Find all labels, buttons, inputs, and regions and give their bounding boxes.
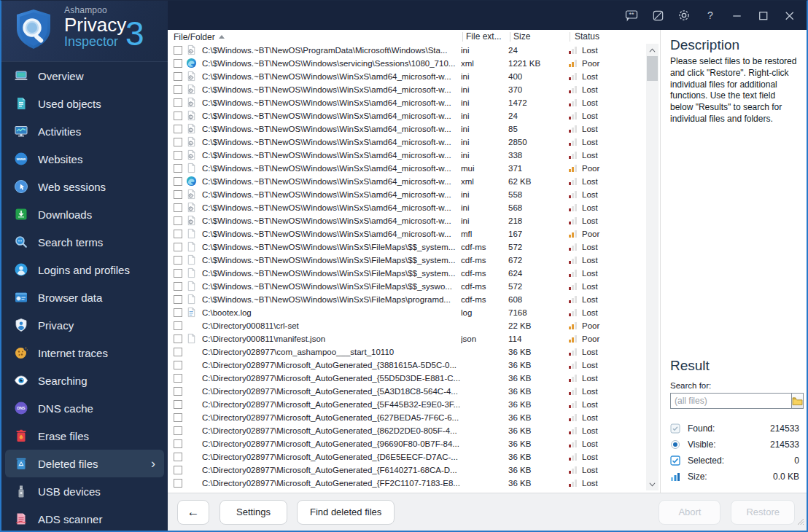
row-checkbox[interactable]	[174, 59, 182, 68]
scrollbar-thumb[interactable]	[647, 56, 658, 81]
table-row[interactable]: C:\$Windows.~BT\NewOS\Windows\WinSxS\amd…	[168, 175, 646, 188]
row-checkbox[interactable]	[174, 426, 182, 435]
table-row[interactable]: C:\Directory028977\Microsoft_AutoGenerat…	[168, 359, 646, 372]
row-checkbox[interactable]	[174, 138, 182, 146]
browse-folder-button[interactable]	[791, 393, 804, 409]
table-row[interactable]: C:\$Windows.~BT\NewOS\Windows\WinSxS\Fil…	[168, 254, 646, 267]
row-checkbox[interactable]	[174, 453, 182, 461]
row-checkbox[interactable]	[174, 216, 182, 225]
maximize-icon[interactable]	[750, 4, 776, 26]
search-input[interactable]	[670, 393, 791, 409]
table-row[interactable]: C:\$Windows.~BT\NewOS\Windows\WinSxS\amd…	[168, 214, 646, 227]
row-checkbox[interactable]	[174, 387, 182, 396]
column-header-size[interactable]: Size	[513, 31, 530, 42]
row-checkbox[interactable]	[174, 243, 182, 251]
sidebar-item-erase-files[interactable]: Erase files	[1, 422, 168, 450]
table-row[interactable]: C:\Directory028977\Microsoft_AutoGenerat…	[168, 437, 646, 450]
row-checkbox[interactable]	[174, 374, 182, 383]
table-row[interactable]: C:\Directory028977\Microsoft_AutoGenerat…	[168, 477, 646, 490]
table-row[interactable]: C:\$Windows.~BT\NewOS\Windows\WinSxS\amd…	[168, 188, 646, 201]
table-row[interactable]: C:\$Windows.~BT\NewOS\Windows\WinSxS\Fil…	[168, 293, 646, 306]
row-checkbox[interactable]	[174, 348, 182, 356]
row-checkbox[interactable]	[174, 230, 182, 238]
row-checkbox[interactable]	[174, 72, 182, 81]
row-checkbox[interactable]	[174, 400, 182, 409]
row-checkbox[interactable]	[174, 335, 182, 343]
sidebar-item-websites[interactable]: wwwWebsites	[1, 145, 168, 173]
table-row[interactable]: C:\Directory028977\com_ashampoo___start_…	[168, 345, 646, 359]
feedback-icon[interactable]: **	[618, 4, 645, 26]
table-row[interactable]: C:\$Windows.~BT\NewOS\Windows\WinSxS\amd…	[168, 227, 646, 240]
table-row[interactable]: C:\$Windows.~BT\NewOS\Windows\WinSxS\amd…	[168, 70, 646, 83]
row-checkbox[interactable]	[174, 46, 182, 55]
table-row[interactable]: C:\bootex.loglog7168Lost	[168, 306, 646, 319]
sidebar-item-dns-cache[interactable]: DNSDNS cache	[1, 394, 168, 422]
row-checkbox[interactable]	[174, 413, 182, 422]
theme-icon[interactable]	[645, 4, 671, 26]
row-checkbox[interactable]	[174, 190, 182, 199]
row-checkbox[interactable]	[174, 85, 182, 94]
table-row[interactable]: C:\$Windows.~BT\NewOS\Windows\WinSxS\amd…	[168, 96, 646, 109]
close-icon[interactable]	[776, 4, 802, 26]
table-row[interactable]: C:\$Windows.~BT\NewOS\Windows\WinSxS\amd…	[168, 149, 646, 162]
row-checkbox[interactable]	[174, 112, 182, 120]
sidebar-item-browser-data[interactable]: Browser data	[1, 283, 168, 311]
scroll-down-icon[interactable]	[646, 478, 659, 490]
table-row[interactable]: C:\Directory000811\manifest.jsonjson114P…	[168, 332, 646, 345]
column-header-file-folder[interactable]: File/Folder	[174, 32, 225, 42]
table-row[interactable]: C:\Directory028977\Microsoft_AutoGenerat…	[168, 385, 646, 398]
row-checkbox[interactable]	[174, 466, 182, 474]
table-row[interactable]: C:\Directory028977\Microsoft_AutoGenerat…	[168, 398, 646, 411]
row-checkbox[interactable]	[174, 439, 182, 448]
table-row[interactable]: C:\$Windows.~BT\NewOS\Windows\WinSxS\amd…	[168, 201, 646, 214]
sidebar-item-ads-scanner[interactable]: ADS scanner	[1, 505, 168, 532]
sidebar-item-searching[interactable]: Searching	[1, 367, 168, 394]
table-row[interactable]: C:\$Windows.~BT\NewOS\Windows\WinSxS\amd…	[168, 83, 646, 96]
settings-gear-icon[interactable]	[671, 4, 697, 26]
settings-button[interactable]: Settings	[220, 500, 287, 525]
sidebar-item-deleted-files[interactable]: Deleted files›	[5, 450, 164, 477]
sidebar-item-activities[interactable]: Activities	[1, 117, 168, 145]
sidebar-item-overview[interactable]: Overview	[1, 62, 168, 90]
abort-button[interactable]: Abort	[659, 500, 720, 525]
sidebar-item-internet-traces[interactable]: Internet traces	[1, 339, 168, 367]
table-row[interactable]: C:\$Windows.~BT\NewOS\Windows\WinSxS\Fil…	[168, 240, 646, 254]
row-checkbox[interactable]	[174, 269, 182, 278]
row-checkbox[interactable]	[174, 361, 182, 369]
table-row[interactable]: C:\$Windows.~BT\NewOS\Windows\WinSxS\amd…	[168, 136, 646, 149]
sidebar-item-usb-devices[interactable]: USB devices	[1, 477, 168, 505]
row-checkbox[interactable]	[174, 308, 182, 317]
table-row[interactable]: C:\Directory028977\Microsoft_AutoGenerat…	[168, 463, 646, 477]
column-header-file-ext[interactable]: File ext...	[466, 31, 502, 42]
row-checkbox[interactable]	[174, 177, 182, 186]
sidebar-item-logins-and-profiles[interactable]: Logins and profiles	[1, 256, 168, 283]
help-icon[interactable]: ?	[697, 4, 723, 26]
sidebar-item-downloads[interactable]: Downloads	[1, 200, 168, 228]
resize-grip[interactable]	[797, 515, 804, 528]
back-button[interactable]: ←	[177, 500, 209, 525]
table-row[interactable]: C:\$Windows.~BT\NewOS\Windows\WinSxS\Fil…	[168, 267, 646, 280]
table-row[interactable]: C:\$Windows.~BT\NewOS\Windows\WinSxS\amd…	[168, 122, 646, 136]
row-checkbox[interactable]	[174, 321, 182, 330]
row-checkbox[interactable]	[174, 256, 182, 265]
table-row[interactable]: C:\Directory000811\crl-set22 KBPoor	[168, 319, 646, 332]
row-checkbox[interactable]	[174, 98, 182, 107]
row-checkbox[interactable]	[174, 164, 182, 173]
sidebar-item-search-terms[interactable]: Search terms	[1, 228, 168, 256]
minimize-icon[interactable]	[723, 4, 750, 26]
row-checkbox[interactable]	[174, 479, 182, 488]
scroll-up-icon[interactable]	[646, 44, 659, 56]
restore-button[interactable]: Restore	[731, 500, 795, 525]
row-checkbox[interactable]	[174, 203, 182, 212]
row-checkbox[interactable]	[174, 151, 182, 160]
row-checkbox[interactable]	[174, 282, 182, 291]
table-row[interactable]: C:\Directory028977\Microsoft_AutoGenerat…	[168, 424, 646, 437]
row-checkbox[interactable]	[174, 125, 182, 133]
table-row[interactable]: C:\$Windows.~BT\NewOS\Windows\WinSxS\Fil…	[168, 280, 646, 293]
row-checkbox[interactable]	[174, 295, 182, 304]
table-row[interactable]: C:\$Windows.~BT\NewOS\Windows\WinSxS\amd…	[168, 162, 646, 175]
table-row[interactable]: C:\Directory028977\Microsoft_AutoGenerat…	[168, 450, 646, 463]
sidebar-item-used-objects[interactable]: Used objects	[1, 90, 168, 117]
table-row[interactable]: C:\Directory028977\Microsoft_AutoGenerat…	[168, 411, 646, 424]
sidebar-item-web-sessions[interactable]: Web sessions	[1, 173, 168, 200]
